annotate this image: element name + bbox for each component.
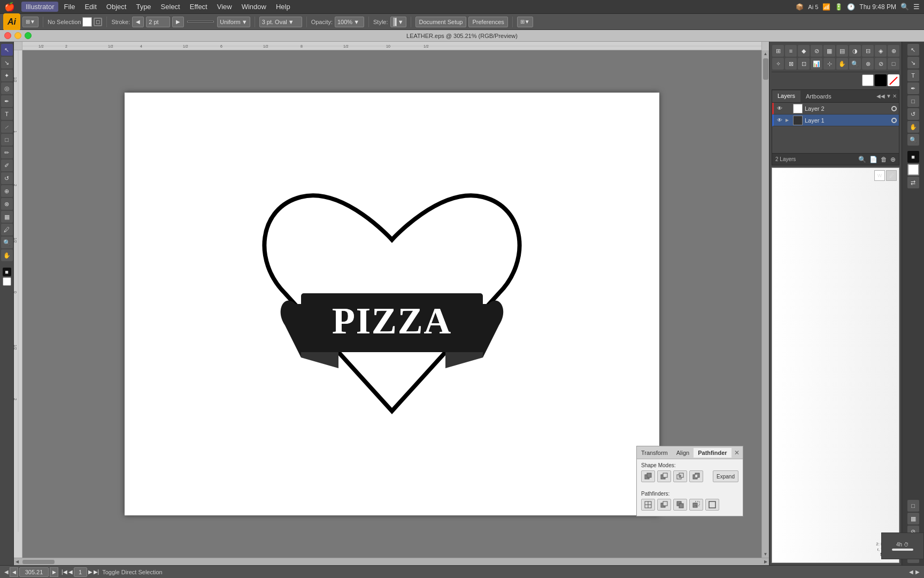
stroke-increment-up[interactable]: ▶ — [172, 17, 184, 27]
scroll-up-arrow[interactable]: ▲ — [763, 50, 769, 57]
layers-options-button[interactable]: ⊕ — [890, 156, 896, 163]
menu-window[interactable]: Window — [237, 2, 271, 12]
tool-type[interactable]: T — [1, 108, 13, 120]
menu-select[interactable]: Select — [157, 2, 184, 12]
tool-zoom[interactable]: 🔍 — [1, 237, 13, 248]
tool-selection[interactable]: ↖ — [1, 44, 13, 56]
vertical-scrollbar[interactable]: ▲ ▼ — [761, 50, 769, 558]
align-panel-icon[interactable]: ⊠ — [785, 58, 797, 70]
type-tool-r[interactable]: T — [907, 70, 919, 81]
list-view-icon[interactable]: ≡ — [785, 45, 797, 57]
kuler-icon[interactable]: ✧ — [772, 58, 784, 70]
tool-gradient[interactable]: ▦ — [1, 211, 13, 223]
tool-line[interactable]: ⟋ — [1, 121, 13, 133]
zoom-r[interactable]: 🔍 — [907, 134, 919, 146]
scroll-right-arrow[interactable]: ▶ — [763, 559, 769, 564]
tab-pathfinder[interactable]: Pathfinder — [694, 448, 731, 458]
brush-icon[interactable]: ⊘ — [811, 45, 822, 57]
layer-1-visibility-eye[interactable]: 👁 — [776, 117, 783, 124]
tab-artboards[interactable]: Artboards — [800, 91, 837, 102]
grid-view-icon[interactable]: ⊞ — [772, 45, 784, 57]
white-swatch[interactable] — [862, 74, 874, 86]
trim-btn[interactable] — [657, 499, 671, 511]
tool-pen[interactable]: ✒ — [1, 95, 13, 107]
stroke-type-dropdown[interactable]: Uniform ▼ — [217, 17, 250, 27]
zoom-stepper-up[interactable]: ▶ — [50, 567, 58, 577]
pen-tool-r[interactable]: ✒ — [907, 82, 919, 94]
menu-edit[interactable]: Edit — [80, 2, 101, 12]
tool-paintbrush[interactable]: ✏ — [1, 147, 13, 158]
status-arr-right[interactable]: ▶ — [915, 569, 920, 575]
style-dropdown[interactable]: ▼ — [390, 17, 406, 27]
pathfinder-close[interactable]: ✕ — [734, 449, 743, 457]
unite-btn[interactable] — [641, 470, 655, 482]
expand-button[interactable]: Expand — [713, 470, 738, 482]
scroll-left-arrow[interactable]: ◀ — [14, 559, 20, 564]
zoom-stepper-down[interactable]: ◀ — [10, 567, 18, 577]
exclude-btn[interactable] — [689, 470, 703, 482]
layer-1-target-circle[interactable] — [891, 118, 897, 123]
layer-row-1[interactable]: 👁 ▶ Layer 1 — [772, 115, 899, 126]
menu-effect[interactable]: Effect — [186, 2, 212, 12]
layer-2-visibility-eye[interactable]: 👁 — [776, 105, 783, 112]
arrow-tools-status[interactable]: ◀ ◀ ▶ — [4, 567, 58, 577]
direct-sel-icon[interactable]: ↘ — [907, 57, 919, 69]
search-icon[interactable]: 🔍 — [900, 3, 909, 11]
layer-2-target-circle[interactable] — [891, 106, 897, 111]
none-swatch[interactable] — [888, 74, 899, 86]
fill-r[interactable]: ■ — [907, 151, 919, 163]
layer-row-2[interactable]: 👁 Layer 2 — [772, 103, 899, 115]
menu-view[interactable]: View — [213, 2, 236, 12]
transparency-icon[interactable]: ◑ — [849, 45, 861, 57]
tab-transform[interactable]: Transform — [637, 448, 672, 458]
layers-panel-close[interactable]: ✕ — [892, 93, 897, 99]
horizontal-scrollbar[interactable]: ◀ ▶ — [14, 558, 769, 565]
hand-tool-icon[interactable]: ✋ — [836, 58, 848, 70]
stroke-color-swatch[interactable] — [3, 277, 11, 286]
menu-object[interactable]: Object — [102, 2, 131, 12]
artboard-icon[interactable]: □ — [888, 58, 899, 70]
brush-size-dropdown[interactable]: 3 pt. Oval ▼ — [259, 17, 302, 27]
page-first[interactable]: |◀ — [61, 569, 67, 575]
stroke-value-input[interactable] — [146, 17, 170, 27]
menu-illustrator[interactable]: Illustrator — [21, 2, 58, 12]
fill-color-box[interactable] — [82, 17, 92, 27]
scroll-thumb[interactable] — [763, 58, 768, 80]
zoom-panel-icon[interactable]: 🔍 — [849, 58, 861, 70]
add-layer-button[interactable]: 🔍 — [858, 156, 866, 163]
nav-icon[interactable]: ⊹ — [823, 58, 835, 70]
new-layer-button[interactable]: 📄 — [869, 156, 877, 163]
scroll-down-arrow[interactable]: ▼ — [763, 551, 769, 558]
layer-1-expand[interactable]: ▶ — [786, 118, 791, 123]
apple-menu[interactable]: 🍎 — [4, 2, 15, 12]
scroll-hthumb[interactable] — [22, 560, 55, 564]
tool-lasso[interactable]: ◎ — [1, 82, 13, 94]
stroke-increment-down[interactable]: ◀ — [132, 17, 144, 27]
tool-pencil[interactable]: ✐ — [1, 159, 13, 171]
tool-blend[interactable]: ⊗ — [1, 198, 13, 210]
opacity-dropdown[interactable]: 100% ▼ — [335, 17, 364, 27]
status-arr-left[interactable]: ◀ — [909, 569, 913, 575]
tool-hand[interactable]: ✋ — [1, 249, 13, 261]
black-swatch[interactable] — [875, 74, 887, 86]
toolbar-mode-btn[interactable]: ⊞▼ — [22, 17, 38, 27]
menu-help[interactable]: Help — [272, 2, 295, 12]
gradient-icon[interactable]: ▤ — [836, 45, 848, 57]
swatches-icon[interactable]: ▦ — [823, 45, 835, 57]
delete-layer-button[interactable]: 🗑 — [881, 156, 887, 163]
transform-panel-icon[interactable]: ⊡ — [798, 58, 810, 70]
divide-btn[interactable] — [641, 499, 655, 511]
page-input[interactable] — [74, 567, 87, 577]
close-button[interactable] — [4, 32, 11, 39]
zoom-input[interactable] — [19, 567, 49, 577]
maximize-button[interactable] — [25, 32, 32, 39]
page-last[interactable]: ▶| — [94, 569, 99, 575]
menu-file[interactable]: File — [59, 2, 79, 12]
layers-arrow-left[interactable]: ◀◀ — [876, 93, 885, 99]
page-prev[interactable]: ◀ — [68, 569, 73, 575]
control-icon[interactable]: ⊘ — [875, 58, 887, 70]
color-guide-icon[interactable]: ⊕ — [888, 45, 899, 57]
intersect-btn[interactable] — [673, 470, 687, 482]
menu-type[interactable]: Type — [132, 2, 155, 12]
minimize-button[interactable] — [14, 32, 21, 39]
